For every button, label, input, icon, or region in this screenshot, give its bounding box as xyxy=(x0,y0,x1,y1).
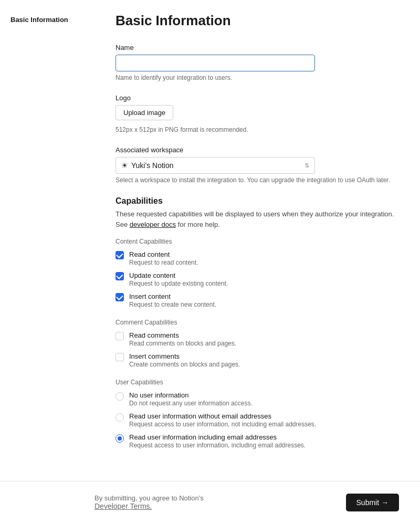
with-email-desc: Request access to user information, incl… xyxy=(129,442,399,449)
footer-text: By submitting, you agree to Notion's xyxy=(94,494,204,502)
insert-comments-checkbox[interactable] xyxy=(116,353,124,361)
workspace-select[interactable]: ☀ Yuki's Notion ⇅ xyxy=(116,157,315,174)
workspace-hint: Select a workspace to install the integr… xyxy=(116,176,399,184)
main-content: Basic Information Name Name to identify … xyxy=(94,0,420,523)
insert-content-label: Insert content xyxy=(129,292,399,300)
developer-terms-link[interactable]: Developer Terms. xyxy=(94,502,152,510)
submit-button[interactable]: Submit → xyxy=(346,494,399,511)
capabilities-title: Capabilities xyxy=(116,196,399,206)
no-email-label: Read user information without email addr… xyxy=(129,412,399,420)
logo-section: Logo Upload image 512px x 512px in PNG f… xyxy=(116,94,399,133)
capability-insert-content: Insert content Request to create new con… xyxy=(116,292,399,308)
logo-hint: 512px x 512px in PNG format is recommend… xyxy=(116,126,399,133)
chevron-up-down-icon: ⇅ xyxy=(304,162,309,169)
comment-capabilities-group: Comment Capabilities Read comments Read … xyxy=(116,319,399,368)
content-capabilities-group: Content Capabilities Read content Reques… xyxy=(116,238,399,308)
with-email-radio-wrapper[interactable] xyxy=(116,434,124,443)
capability-no-user: No user information Do not request any u… xyxy=(116,391,399,407)
name-label: Name xyxy=(116,44,399,51)
insert-content-checkbox-wrapper[interactable] xyxy=(116,293,124,301)
name-input[interactable] xyxy=(116,55,315,71)
with-email-radio[interactable] xyxy=(116,434,124,443)
insert-comments-text: Insert comments Create comments on block… xyxy=(129,352,399,368)
read-comments-text: Read comments Read comments on blocks an… xyxy=(129,331,399,347)
name-hint: Name to identify your integration to use… xyxy=(116,74,399,81)
footer: By submitting, you agree to Notion's Dev… xyxy=(0,481,420,523)
logo-label: Logo xyxy=(116,94,399,102)
update-content-checkbox-wrapper[interactable] xyxy=(116,272,124,280)
capability-read-comments: Read comments Read comments on blocks an… xyxy=(116,331,399,347)
workspace-label: Associated workspace xyxy=(116,146,399,154)
user-capabilities-title: User Capabilities xyxy=(116,379,399,386)
update-content-text: Update content Request to update existin… xyxy=(129,271,399,287)
read-comments-checkbox[interactable] xyxy=(116,332,124,340)
update-content-label: Update content xyxy=(129,271,399,279)
insert-comments-checkbox-wrapper[interactable] xyxy=(116,353,124,361)
with-email-label: Read user information including email ad… xyxy=(129,433,399,441)
read-content-label: Read content xyxy=(129,250,399,258)
no-user-text: No user information Do not request any u… xyxy=(129,391,399,407)
read-content-checkbox-wrapper[interactable] xyxy=(116,251,124,259)
no-user-desc: Do not request any user information acce… xyxy=(129,400,399,407)
read-content-checkbox[interactable] xyxy=(116,251,124,259)
update-content-desc: Request to update existing content. xyxy=(129,280,399,287)
workspace-name: Yuki's Notion xyxy=(131,161,174,170)
insert-content-checkbox[interactable] xyxy=(116,293,124,301)
read-content-desc: Request to read content. xyxy=(129,259,399,266)
insert-comments-desc: Create comments on blocks and pages. xyxy=(129,361,399,368)
sidebar-item-basic-information[interactable]: Basic Information xyxy=(10,16,84,24)
capability-read-content: Read content Request to read content. xyxy=(116,250,399,266)
content-capabilities-title: Content Capabilities xyxy=(116,238,399,245)
capability-no-email: Read user information without email addr… xyxy=(116,412,399,428)
developer-docs-link[interactable]: developer docs xyxy=(130,221,176,228)
no-email-radio-wrapper[interactable] xyxy=(116,413,124,422)
insert-content-desc: Request to create new content. xyxy=(129,301,399,308)
update-content-checkbox[interactable] xyxy=(116,272,124,280)
no-email-radio[interactable] xyxy=(116,413,124,422)
comment-capabilities-title: Comment Capabilities xyxy=(116,319,399,326)
read-comments-label: Read comments xyxy=(129,331,399,339)
capabilities-desc-part2: for more help. xyxy=(176,221,220,228)
page-title: Basic Information xyxy=(116,13,399,29)
no-email-text: Read user information without email addr… xyxy=(129,412,399,428)
no-user-radio-wrapper[interactable] xyxy=(116,392,124,401)
insert-content-text: Insert content Request to create new con… xyxy=(129,292,399,308)
with-email-text: Read user information including email ad… xyxy=(129,433,399,449)
user-capabilities-group: User Capabilities No user information Do… xyxy=(116,379,399,449)
capability-insert-comments: Insert comments Create comments on block… xyxy=(116,352,399,368)
read-comments-desc: Read comments on blocks and pages. xyxy=(129,340,399,347)
insert-comments-label: Insert comments xyxy=(129,352,399,360)
capability-update-content: Update content Request to update existin… xyxy=(116,271,399,287)
capabilities-section: Capabilities These requested capabilitie… xyxy=(116,196,399,449)
no-user-label: No user information xyxy=(129,391,399,399)
footer-text-container: By submitting, you agree to Notion's Dev… xyxy=(94,494,204,510)
sidebar: Basic Information xyxy=(0,0,94,523)
no-user-radio[interactable] xyxy=(116,392,124,401)
read-comments-checkbox-wrapper[interactable] xyxy=(116,332,124,340)
workspace-emoji: ☀ xyxy=(121,161,128,170)
name-section: Name Name to identify your integration t… xyxy=(116,44,399,81)
workspace-section: Associated workspace ☀ Yuki's Notion ⇅ S… xyxy=(116,146,399,184)
upload-image-button[interactable]: Upload image xyxy=(116,105,173,120)
capability-with-email: Read user information including email ad… xyxy=(116,433,399,449)
capabilities-description: These requested capabilities will be dis… xyxy=(116,209,399,229)
read-content-text: Read content Request to read content. xyxy=(129,250,399,266)
no-email-desc: Request access to user information, not … xyxy=(129,421,399,428)
